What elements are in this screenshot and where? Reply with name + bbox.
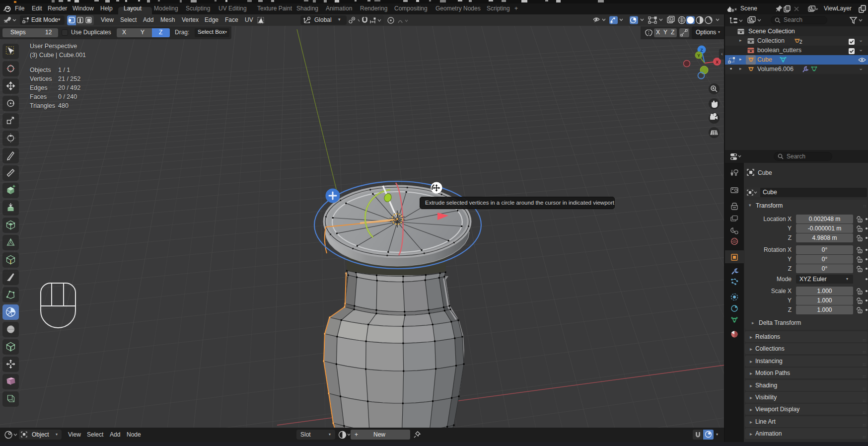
- svg-text:Z: Z: [700, 48, 703, 53]
- svg-text:X: X: [716, 60, 719, 65]
- svg-text:Y: Y: [697, 53, 700, 58]
